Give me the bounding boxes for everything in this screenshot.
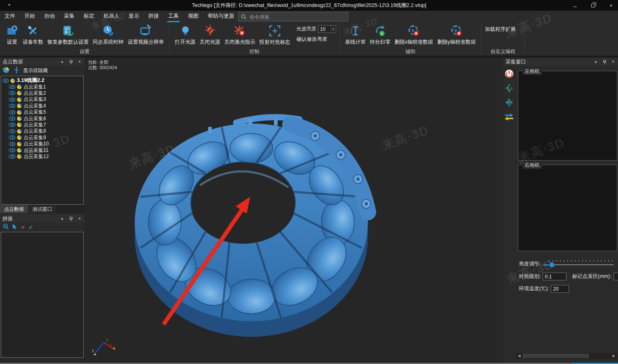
panel-pin-icon[interactable] (68, 216, 73, 221)
tree-item[interactable]: 点云采集5 (9, 109, 83, 115)
command-search[interactable] (238, 12, 348, 21)
tree-item[interactable]: 点云采集10 (9, 141, 83, 147)
menu-auto[interactable]: 自动 (40, 10, 59, 23)
menu-capture[interactable]: 采集 (59, 10, 79, 23)
left-camera-icon[interactable]: L (505, 84, 514, 94)
tab-test-window[interactable]: 测试窗口 (28, 205, 57, 213)
delete-x-calibration-button[interactable]: x 删除x轴校准数据 (393, 23, 435, 47)
slider-handle[interactable] (550, 262, 555, 267)
confirm-splice-icon[interactable]: ✓ (28, 224, 33, 230)
add-pointcloud-icon[interactable] (2, 67, 10, 75)
panel-pin-icon[interactable] (602, 59, 607, 64)
visibility-eye-icon[interactable] (9, 117, 15, 121)
visibility-eye-icon[interactable] (9, 154, 15, 159)
pointcloud-model[interactable]: z x y (84, 58, 515, 363)
video-resolution-button[interactable]: 设置视频分辨率 (126, 23, 166, 47)
panel-pin-icon[interactable] (68, 59, 73, 64)
zoom-select-icon[interactable] (3, 224, 9, 231)
spinner-arrows-icon[interactable]: ▲▼ (331, 26, 336, 33)
show-hide-label[interactable]: 显示或隐藏 (23, 67, 48, 74)
visibility-eye-icon[interactable] (3, 79, 9, 83)
right-camera-icon[interactable]: R (505, 98, 514, 108)
group-label-custom: 自定义编程 (482, 48, 524, 55)
delete-x-axis-icon: x (407, 24, 420, 37)
scroll-left-icon[interactable]: ◀ (516, 354, 522, 358)
tree-item[interactable]: 点云采集11 (9, 147, 83, 153)
temperature-row: 环境温度(℃): (519, 285, 618, 293)
tree-item[interactable]: 点云采集2 (9, 90, 83, 96)
3d-viewport[interactable]: 当前: 全部 点数: 3002424 (84, 58, 515, 363)
load-extension-button[interactable]: 加载程序扩展 (485, 26, 516, 33)
pointcloud-pie-icon (17, 84, 22, 89)
panel-close-icon[interactable]: × (77, 216, 82, 221)
visibility-eye-icon[interactable] (9, 129, 15, 133)
scrollbar-thumb[interactable] (523, 354, 589, 358)
device-constants-button[interactable]: 设备常数 (21, 23, 45, 47)
tree-item[interactable]: 点云采集1 (9, 84, 83, 90)
visibility-eye-icon[interactable] (9, 142, 15, 146)
panel-collapse-icon[interactable]: ▾ (60, 216, 65, 221)
brightness-input[interactable] (318, 26, 331, 33)
visibility-eye-icon[interactable] (9, 98, 15, 102)
visibility-eye-icon[interactable] (9, 123, 15, 127)
tree-item[interactable]: 点云采集9 (9, 135, 83, 141)
menu-calibration[interactable]: 标定 (79, 10, 99, 23)
brightness-slider[interactable] (543, 260, 614, 268)
panel-close-icon[interactable]: × (77, 59, 82, 64)
restore-defaults-button[interactable]: 101 恢复参数默认设置 (46, 23, 90, 47)
menu-help[interactable]: 帮助与更新 (203, 10, 239, 23)
confirm-brightness-button[interactable]: 确认修改亮度 (297, 36, 336, 43)
menu-robot[interactable]: 机器人 (99, 10, 124, 23)
cancel-splice-icon[interactable]: × (21, 224, 25, 230)
light-on-button[interactable]: 打开光源 (173, 23, 197, 47)
menu-display[interactable]: 显示 (124, 10, 144, 23)
camera-power-icon[interactable] (505, 69, 514, 79)
panel-collapse-icon[interactable]: ▾ (593, 59, 598, 64)
visibility-eye-icon[interactable] (9, 110, 15, 114)
temperature-input[interactable] (551, 285, 569, 293)
menu-view[interactable]: 视图 (183, 10, 203, 23)
tree-item-label[interactable]: 点云采集12 (23, 153, 49, 160)
marker-diameter-input[interactable] (613, 273, 618, 280)
sync-clock-button[interactable]: 同步系统时钟 (91, 23, 125, 47)
baseline-calc-button[interactable]: 基线计算 (344, 23, 368, 47)
tab-pointcloud-data[interactable]: 点云数据 (0, 205, 28, 213)
tree-item[interactable]: 点云采集8 (9, 128, 83, 134)
visibility-eye-icon[interactable] (9, 135, 15, 140)
close-button[interactable]: × (607, 2, 615, 9)
visibility-eye-icon[interactable] (9, 148, 15, 152)
menu-file[interactable]: 文件 (0, 10, 20, 23)
tree-item[interactable]: 点云采集3 (9, 96, 83, 103)
tree-item[interactable]: 点云采集6 (9, 115, 83, 121)
tree-item[interactable]: 点云采集4 (9, 103, 83, 109)
menu-start[interactable]: 开始 (20, 10, 40, 23)
laser-off-button[interactable]: 关闭激光指示 (223, 23, 257, 47)
panel-close-icon[interactable]: × (611, 59, 616, 64)
visibility-eye-icon[interactable] (9, 91, 15, 95)
restore-button[interactable] (589, 2, 597, 9)
menu-tools[interactable]: 工具 (164, 10, 183, 23)
visibility-eye-icon[interactable] (9, 104, 15, 108)
menu-splice[interactable]: 拼接 (144, 10, 164, 23)
search-input[interactable] (250, 14, 340, 20)
delete-y-calibration-button[interactable]: y 删除y轴校准数据 (435, 23, 478, 47)
settings-button[interactable]: 设置 (4, 23, 20, 47)
turntable-zero-button[interactable]: 0 转台归零 (368, 23, 392, 47)
swap-cameras-icon[interactable] (504, 112, 514, 122)
focus-level-input[interactable] (543, 273, 566, 280)
visibility-eye-icon[interactable] (9, 85, 15, 89)
brightness-spinner[interactable]: ▲▼ (318, 25, 336, 33)
light-off-button[interactable]: 关闭光源 (198, 23, 222, 47)
fit-view-icon[interactable] (13, 67, 20, 75)
tree-item[interactable]: 点云采集7 (9, 122, 83, 128)
pick-cursor-icon[interactable] (12, 224, 17, 231)
capture-horizontal-scrollbar[interactable]: ◀ ▶ (516, 353, 617, 359)
tree-root-item[interactable]: 3.19线圈2.2 (3, 77, 83, 84)
focus-mark-button[interactable]: 投射对焦标志 (258, 23, 292, 47)
tree-item[interactable]: 点云采集12 (9, 154, 83, 160)
minimize-button[interactable] (571, 2, 578, 9)
left-column: 点云数据 ▾ × 显示或隐藏 3.19线圈2.2 (0, 58, 84, 363)
scroll-right-icon[interactable]: ▶ (611, 354, 617, 358)
slider-track[interactable] (549, 264, 614, 265)
panel-collapse-icon[interactable]: ▾ (60, 59, 65, 64)
